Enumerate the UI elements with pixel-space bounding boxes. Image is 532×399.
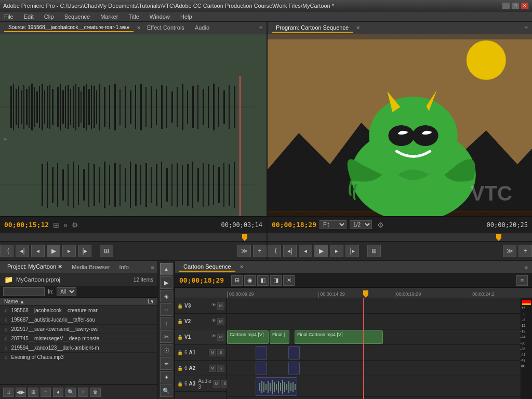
- pen-tool-button[interactable]: ✒: [160, 357, 172, 370]
- list-item[interactable]: ♫ 202917__sean-townsend__tawny-owl: [0, 325, 157, 334]
- new-item-button[interactable]: +: [78, 388, 88, 397]
- rolling-tool-button[interactable]: ↔: [160, 303, 172, 316]
- source-go-out-button[interactable]: |▸: [78, 245, 91, 257]
- eye-icon-v1[interactable]: 👁: [211, 334, 216, 341]
- slip-tool-button[interactable]: ⊡: [160, 344, 172, 356]
- source-mark-in-button[interactable]: ｛: [0, 245, 14, 257]
- program-panel-menu-icon[interactable]: ≡: [525, 25, 528, 31]
- timeline-panel-menu-icon[interactable]: ≡: [525, 264, 528, 270]
- track-row-a2[interactable]: [227, 361, 521, 376]
- icon-view-button[interactable]: ⊞: [28, 388, 38, 397]
- source-settings-icon[interactable]: ⚙: [72, 221, 78, 229]
- source-step-back-button[interactable]: ◂: [31, 245, 45, 257]
- list-item[interactable]: ♫ 207745__mistersegeV__deep-monste: [0, 334, 157, 343]
- project-filter-select[interactable]: All: [57, 287, 76, 296]
- tl-add-marker-button[interactable]: ◉: [244, 275, 256, 286]
- track-m-v1[interactable]: M: [217, 334, 224, 341]
- search-footer-button[interactable]: 🔍: [65, 388, 76, 397]
- effect-controls-tab[interactable]: Effect Controls: [143, 23, 189, 33]
- timeline-tab[interactable]: Cartoon Sequence: [179, 262, 235, 272]
- menu-window[interactable]: Window: [148, 14, 172, 20]
- program-settings-icon[interactable]: ⚙: [377, 221, 384, 229]
- eye-icon-v2[interactable]: 👁: [211, 318, 216, 325]
- tl-settings-button[interactable]: ≡: [516, 275, 528, 286]
- window-controls[interactable]: ─ □ ✕: [502, 2, 529, 9]
- program-lift-button[interactable]: ⊞: [367, 245, 381, 257]
- tl-mark-in-button[interactable]: ◧: [257, 275, 269, 286]
- selection-tool-button[interactable]: ▲: [160, 263, 172, 275]
- timeline-close-icon[interactable]: ✕: [240, 264, 244, 270]
- menu-edit[interactable]: Edit: [22, 14, 36, 20]
- lock-icon-v2[interactable]: 🔒: [177, 319, 183, 324]
- project-panel-menu-icon[interactable]: ≡: [151, 264, 154, 270]
- zoom-tool-button[interactable]: 🔍: [160, 384, 172, 397]
- menu-title[interactable]: Title: [126, 14, 141, 20]
- tl-mark-out-button[interactable]: ◨: [270, 275, 282, 286]
- eye-icon-v3[interactable]: 👁: [211, 302, 216, 310]
- program-fit-select[interactable]: Fit 25% 50% 100%: [320, 220, 347, 229]
- track-row-v2[interactable]: [227, 314, 521, 329]
- program-play-button[interactable]: ▶: [314, 245, 328, 257]
- source-extra-btn2[interactable]: +: [253, 245, 267, 257]
- program-go-in-button[interactable]: ◂|: [283, 245, 297, 257]
- clip-a1-1[interactable]: [256, 346, 267, 360]
- program-step-back-button[interactable]: ◂: [299, 245, 312, 257]
- source-insert-button[interactable]: ⊞: [100, 245, 113, 257]
- menu-clip[interactable]: Clip: [42, 14, 56, 20]
- close-button[interactable]: ✕: [521, 2, 529, 9]
- clip-v1-2[interactable]: Final |: [270, 330, 289, 344]
- program-extra-btn1[interactable]: ≫: [503, 245, 516, 257]
- source-step-fwd-button[interactable]: ▸: [62, 245, 76, 257]
- program-close-icon[interactable]: ✕: [356, 25, 360, 31]
- program-mark-in-button[interactable]: ｛: [268, 245, 281, 257]
- track-s-a1[interactable]: S: [217, 349, 224, 356]
- project-search-input[interactable]: [3, 287, 45, 296]
- list-item[interactable]: ♫ 219594__xanco123__dark-ambient-m: [0, 343, 157, 353]
- clip-a2-2[interactable]: [288, 362, 300, 375]
- track-row-a3[interactable]: [227, 376, 521, 397]
- track-m-v3[interactable]: M: [217, 302, 224, 310]
- track-row-a1[interactable]: [227, 345, 521, 361]
- clip-a3-waveform[interactable]: [256, 377, 297, 396]
- find-button[interactable]: ◀▶: [16, 388, 26, 397]
- source-extra-btn1[interactable]: ≫: [237, 245, 251, 257]
- clip-v1-1[interactable]: Cartoon.mp4 [V]: [227, 330, 269, 344]
- track-m-a2[interactable]: M: [209, 365, 216, 372]
- source-play-button[interactable]: ▶: [47, 245, 60, 257]
- project-tab-media-browser[interactable]: Media Browser: [68, 263, 114, 271]
- delete-button[interactable]: 🗑: [90, 388, 101, 397]
- menu-file[interactable]: File: [2, 14, 16, 20]
- automate-button[interactable]: ♦: [53, 388, 63, 397]
- track-m-a1[interactable]: M: [209, 349, 216, 356]
- source-close-icon[interactable]: ✕: [137, 25, 141, 31]
- razor-tool-button[interactable]: ✂: [160, 330, 172, 343]
- list-item[interactable]: ♫ Evening of Chaos.mp3: [0, 353, 157, 362]
- lock-icon-v1[interactable]: 🔒: [177, 335, 183, 340]
- track-select-tool-button[interactable]: ▶: [160, 276, 172, 289]
- program-step-fwd-button[interactable]: ▸: [330, 245, 343, 257]
- list-item[interactable]: ♫ 195687__autistic-lucario__taffer-sou: [0, 315, 157, 325]
- source-tc-icon1[interactable]: ⊞: [53, 221, 59, 229]
- program-tab[interactable]: Program: Cartoon Sequence: [272, 23, 353, 33]
- track-row-v3[interactable]: [227, 298, 521, 314]
- program-extra-btn2[interactable]: +: [518, 245, 532, 257]
- lock-icon-a1[interactable]: 🔒: [177, 350, 183, 355]
- hand-tool-button[interactable]: ✦: [160, 371, 172, 383]
- project-tab-project[interactable]: Project: MyCartoon ✕: [3, 262, 66, 271]
- source-tab[interactable]: Source: 195568__jacobalcook__creature-ro…: [4, 23, 134, 32]
- clip-a2-1[interactable]: [256, 362, 267, 375]
- lock-icon-v3[interactable]: 🔒: [177, 303, 183, 309]
- track-m-a3[interactable]: M: [213, 380, 220, 388]
- source-go-in-button[interactable]: ◂|: [16, 245, 29, 257]
- track-row-v1[interactable]: Cartoon.mp4 [V] Final | Final Cartoon.mp…: [227, 329, 521, 345]
- tl-deselect-button[interactable]: ✕: [283, 275, 295, 286]
- lock-icon-a3[interactable]: 🔒: [177, 381, 183, 387]
- menu-help[interactable]: Help: [178, 14, 194, 20]
- source-tc-icon2[interactable]: »: [63, 221, 68, 229]
- clip-a1-2[interactable]: [288, 346, 300, 360]
- maximize-button[interactable]: □: [511, 2, 520, 9]
- menu-marker[interactable]: Marker: [98, 14, 120, 20]
- ripple-tool-button[interactable]: ◈: [160, 290, 172, 302]
- program-fraction-select[interactable]: 1/2 Full 1/4: [350, 220, 372, 229]
- track-s-a2[interactable]: S: [217, 365, 224, 372]
